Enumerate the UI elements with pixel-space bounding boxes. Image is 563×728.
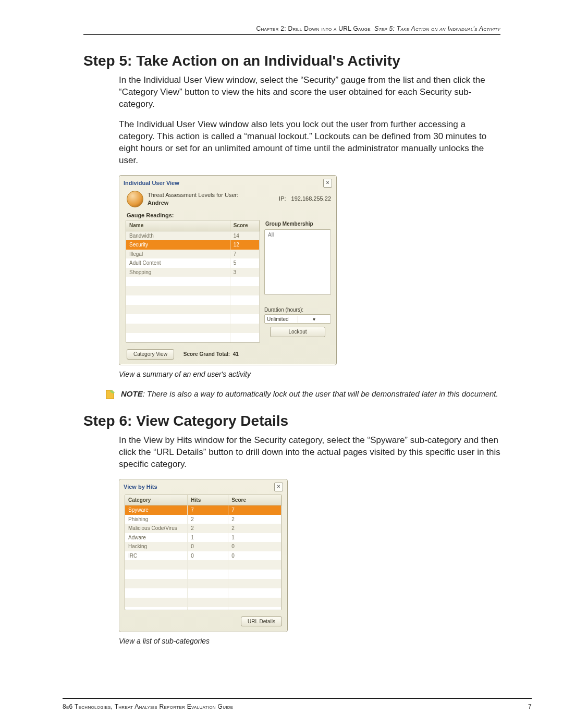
step5-para2: The Individual User View window also let…: [119, 119, 500, 167]
close-icon[interactable]: ×: [274, 483, 283, 491]
group-item: All: [268, 232, 274, 238]
step5-heading: Step 5: Take Action on an Individual's A…: [83, 53, 500, 69]
duration-label: Duration (hours):: [264, 307, 303, 313]
vbh-title: View by Hits: [124, 483, 157, 491]
table-row[interactable]: Bandwidth14: [126, 231, 260, 240]
category-table[interactable]: Category Hits Score Spyware77Phishing22M…: [125, 495, 282, 610]
note-icon: [104, 389, 116, 400]
table-row[interactable]: Shopping3: [126, 268, 260, 277]
table-row[interactable]: Security12: [126, 240, 260, 250]
col-hits[interactable]: Hits: [188, 495, 228, 505]
score-total-label: Score Grand Total:: [183, 351, 230, 357]
ip-label: IP:: [279, 195, 286, 203]
col-category[interactable]: Category: [125, 495, 188, 505]
individual-user-view-window: Individual User View × Threat Assessment…: [119, 175, 337, 365]
iuv-title: Individual User View: [124, 179, 179, 187]
category-view-button[interactable]: Category View: [127, 349, 174, 360]
lockout-button[interactable]: Lockout: [270, 327, 325, 337]
chevron-down-icon: ▾: [298, 316, 331, 323]
group-membership-list[interactable]: All: [264, 229, 331, 295]
ip-value: 192.168.255.22: [291, 195, 331, 203]
table-row[interactable]: Hacking00: [125, 542, 282, 551]
table-row[interactable]: Malicious Code/Virus22: [125, 524, 282, 533]
gauge-readings-label: Gauge Readings:: [119, 208, 336, 220]
iuv-assess-label: Threat Assessment Levels for User:: [148, 191, 238, 199]
note-text: : There is also a way to automatically l…: [143, 389, 498, 398]
user-avatar-icon: [127, 191, 143, 207]
step5-para1: In the Individual User View window, sele…: [119, 75, 500, 110]
gauge-readings-table[interactable]: Name Score Bandwidth14Security12Illegal7…: [126, 220, 260, 343]
table-row[interactable]: Phishing22: [125, 515, 282, 524]
col-score[interactable]: Score: [228, 495, 282, 505]
vbh-caption: View a list of sub-categories: [119, 636, 500, 646]
url-details-button[interactable]: URL Details: [241, 616, 282, 627]
close-icon[interactable]: ×: [323, 179, 332, 188]
table-row[interactable]: Illegal7: [126, 250, 260, 259]
step6-heading: Step 6: View Category Details: [83, 413, 500, 429]
col-name[interactable]: Name: [126, 220, 230, 231]
step6-para1: In the View by Hits window for the Secur…: [119, 435, 500, 471]
score-total-value: 41: [233, 351, 239, 357]
duration-select[interactable]: Unlimited ▾: [264, 314, 331, 324]
running-chapter: Chapter 2: Drill Down into a URL Gauge: [256, 25, 371, 32]
group-membership-label: Group Membership: [264, 220, 331, 229]
iuv-user-name: Andrew: [148, 199, 238, 207]
running-header: Chapter 2: Drill Down into a URL Gauge S…: [83, 25, 500, 35]
note-block: NOTE: There is also a way to automatical…: [104, 389, 500, 400]
page-footer: 8e6 Technologies, Threat Analysis Report…: [63, 703, 532, 710]
running-step: Step 5: Take Action on an Individual's A…: [374, 25, 500, 32]
page-number: 7: [528, 703, 532, 710]
footer-left: 8e6 Technologies, Threat Analysis Report…: [63, 703, 234, 710]
iuv-caption: View a summary of an end user's activity: [119, 369, 500, 379]
table-row[interactable]: Adult Content5: [126, 258, 260, 268]
col-score[interactable]: Score: [230, 220, 259, 231]
table-row[interactable]: Adware11: [125, 533, 282, 542]
duration-value: Unlimited: [265, 316, 298, 323]
footer-rule: [63, 698, 532, 699]
view-by-hits-window: View by Hits × Category Hits Score Spywa…: [119, 479, 288, 633]
table-row[interactable]: IRC00: [125, 551, 282, 561]
note-label: NOTE: [121, 389, 143, 398]
table-row[interactable]: Spyware77: [125, 505, 282, 515]
